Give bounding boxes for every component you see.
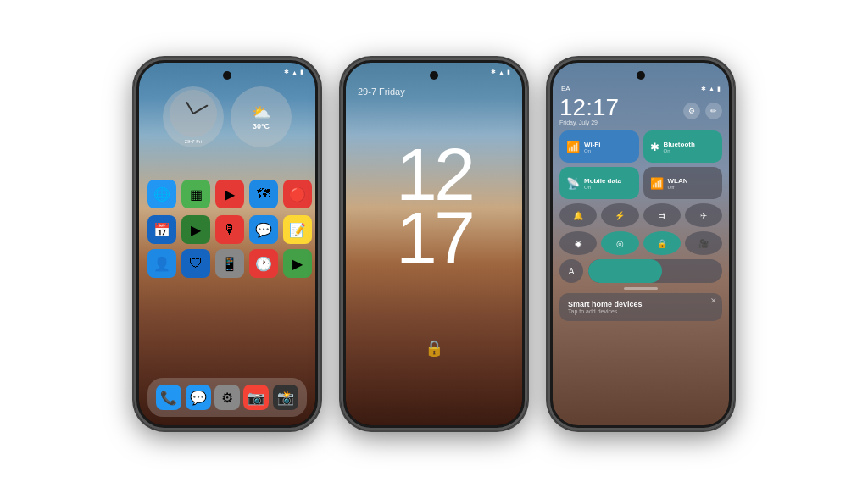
airplane-icon[interactable]: ✈ [685, 203, 722, 227]
bluetooth-tile[interactable]: ✱ Bluetooth On [643, 130, 723, 163]
home-background: ✱ ▲ ▮ 29-7 Fri ⛅ 30°C [139, 63, 315, 425]
battery-icon: ▮ [300, 69, 303, 75]
clock-widget[interactable]: 29-7 Fri [163, 86, 224, 147]
cc-carrier: EA [561, 85, 570, 92]
lock-icon[interactable]: 🔒 [425, 339, 443, 358]
bluetooth-tile-text: Bluetooth On [664, 141, 695, 153]
app-maps[interactable]: 🗺 [249, 180, 278, 208]
cc-signal-icon: ▲ [709, 86, 715, 92]
dock-messages[interactable]: 💬 [186, 385, 211, 410]
minute-hand [193, 104, 209, 114]
app-play-store[interactable]: ▶ [181, 215, 210, 244]
settings-icon[interactable]: ⚙ [683, 103, 700, 119]
dock-camera[interactable]: 📸 [273, 385, 298, 410]
location-icon[interactable]: ◎ [601, 231, 638, 255]
signal-icon: ▲ [498, 69, 504, 75]
app-clock[interactable]: 🕐 [249, 249, 278, 278]
status-icons: ✱ ▲ ▮ [284, 69, 303, 75]
bluetooth-tile-name: Bluetooth [664, 141, 695, 148]
app-play[interactable]: ▶ [215, 180, 244, 208]
dock-phone[interactable]: 📞 [156, 385, 181, 410]
mobile-tile-text: Mobile data On [584, 177, 621, 190]
app-red[interactable]: 🔴 [283, 180, 312, 208]
cc-battery-icon: ▮ [717, 86, 721, 92]
status-icons: ✱ ▲ ▮ [491, 69, 510, 75]
nfc-icon[interactable]: ◉ [559, 231, 597, 255]
lock-rotation-icon[interactable]: 🔒 [643, 231, 681, 255]
weather-icon: ⛅ [252, 103, 270, 122]
control-panel: EA ✱ ▲ ▮ 12:17 Friday, July 29 ⚙ [559, 85, 722, 374]
phone-home: ✱ ▲ ▮ 29-7 Fri ⛅ 30°C [134, 58, 320, 430]
wlan-tile-sub: Off [668, 185, 688, 190]
app-calendar[interactable]: 📅 [147, 215, 176, 244]
cc-bluetooth-icon: ✱ [701, 86, 706, 92]
temperature: 30°C [253, 122, 270, 130]
cc-header-icons: ⚙ ✏ [683, 103, 722, 119]
app-podcast[interactable]: 🎙 [215, 215, 244, 244]
wlan-tile[interactable]: 📶 WLAN Off [643, 167, 723, 199]
cc-time-block: 12:17 Friday, July 29 [559, 96, 619, 125]
signal-icon: ▲ [292, 69, 298, 75]
camera-icon[interactable]: 🎥 [685, 231, 722, 255]
brightness-slider[interactable] [588, 259, 722, 283]
app-contacts[interactable]: 👤 [147, 249, 176, 278]
volume-icon[interactable]: 🔔 [559, 203, 597, 227]
wifi-tile-sub: On [584, 148, 600, 153]
app-grid-row3: 👤 🛡 📱 🕐 ▶ [139, 244, 315, 278]
mobile-tile-sub: On [584, 185, 621, 190]
cc-tiles-row1: 📶 Wi-Fi On ✱ Bluetooth On [559, 130, 722, 163]
clock-face [170, 90, 217, 137]
auto-brightness-btn[interactable]: A [559, 259, 583, 283]
smart-home-close[interactable]: ✕ [710, 297, 717, 305]
bluetooth-tile-sub: On [664, 148, 695, 153]
edit-icon[interactable]: ✏ [705, 103, 722, 119]
app-grid-view[interactable]: ▦ [181, 180, 210, 208]
mobile-data-tile[interactable]: 📡 Mobile data On [559, 167, 639, 199]
phone-control-center: EA ✱ ▲ ▮ 12:17 Friday, July 29 ⚙ [548, 58, 734, 430]
volume-indicator [624, 287, 658, 290]
wifi-tile[interactable]: 📶 Wi-Fi On [559, 130, 639, 163]
cc-date: Friday, July 29 [559, 119, 619, 125]
dock-photos[interactable]: 📷 [243, 385, 269, 410]
cc-tiles-row2: 📡 Mobile data On 📶 WLAN Off [559, 167, 722, 199]
app-chrome[interactable]: 🌐 [147, 180, 176, 208]
bluetooth-tile-icon: ✱ [650, 141, 659, 153]
widget-date: 29-7 Fri [185, 139, 203, 144]
bluetooth-icon: ✱ [284, 69, 289, 75]
wifi-tile-icon: 📶 [566, 141, 580, 153]
brightness-row: A [559, 259, 722, 283]
app-store[interactable]: ▶ [283, 249, 312, 278]
weather-widget[interactable]: ⛅ 30°C [231, 86, 292, 147]
lock-date: 29-7 Friday [358, 86, 405, 97]
lock-time: 12 17 [346, 143, 522, 270]
lock-screen: ✱ ▲ ▮ 29-7 Friday 12 17 🔒 [346, 63, 522, 425]
front-camera [637, 71, 645, 80]
front-camera [223, 71, 231, 80]
app-messages[interactable]: 💬 [249, 215, 278, 244]
cc-header: 12:17 Friday, July 29 ⚙ ✏ [559, 96, 722, 125]
app-phone-mgr[interactable]: 📱 [215, 249, 244, 278]
control-center-background: EA ✱ ▲ ▮ 12:17 Friday, July 29 ⚙ [553, 63, 729, 425]
app-grid-row2: 📅 ▶ 🎙 💬 📝 [139, 215, 315, 244]
wlan-tile-text: WLAN Off [668, 177, 688, 190]
cast-icon[interactable]: ⇉ [643, 203, 681, 227]
mobile-tile-icon: 📡 [566, 177, 580, 190]
lock-minute: 17 [346, 207, 522, 270]
lock-background: ✱ ▲ ▮ 29-7 Friday 12 17 🔒 [346, 63, 522, 425]
bluetooth-icon: ✱ [491, 69, 496, 75]
front-camera [430, 71, 438, 80]
app-security[interactable]: 🛡 [181, 249, 210, 278]
smart-home-title: Smart home devices [568, 300, 714, 308]
cc-time: 12:17 [559, 96, 619, 119]
dock-settings[interactable]: ⚙ [214, 385, 240, 410]
screen-record-icon[interactable]: ⚡ [601, 203, 638, 227]
mobile-tile-name: Mobile data [584, 177, 621, 185]
cc-small-icons-row2: ◉ ◎ 🔒 🎥 [559, 231, 722, 255]
app-notes[interactable]: 📝 [283, 215, 312, 244]
control-center-screen: EA ✱ ▲ ▮ 12:17 Friday, July 29 ⚙ [553, 63, 729, 425]
app-dock: 📞 💬 ⚙ 📷 📸 [147, 378, 307, 417]
wifi-tile-name: Wi-Fi [584, 141, 600, 148]
wlan-tile-icon: 📶 [650, 177, 664, 190]
smart-home-card[interactable]: ✕ Smart home devices Tap to add devices [559, 293, 722, 321]
cc-status-bar: EA ✱ ▲ ▮ [559, 85, 722, 92]
